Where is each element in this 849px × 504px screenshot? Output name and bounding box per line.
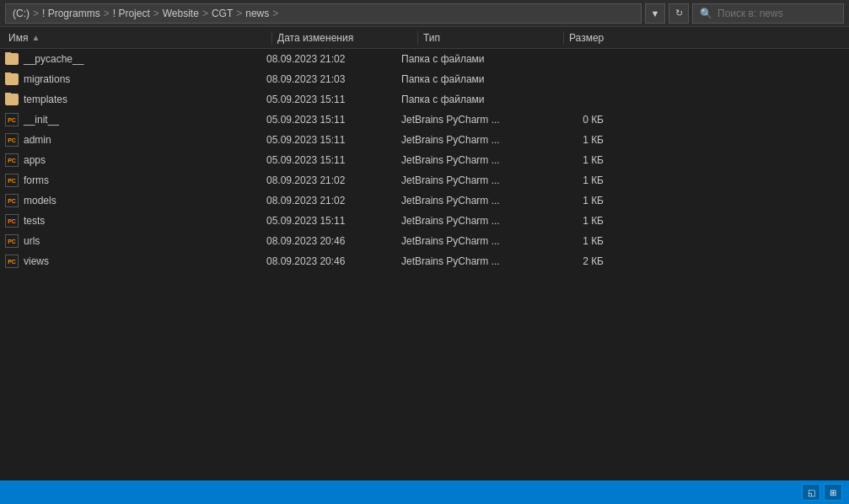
file-date: 08.09.2023 21:02 xyxy=(266,195,401,206)
py-icon: PC xyxy=(5,194,19,207)
table-row[interactable]: PC __init__ 05.09.2023 15:11 JetBrains P… xyxy=(0,110,849,130)
file-name: PC forms xyxy=(5,174,266,187)
file-name: PC apps xyxy=(5,153,266,167)
breadcrumb-project: ! Project xyxy=(113,8,150,19)
table-row[interactable]: migrations 08.09.2023 21:03 Папка с файл… xyxy=(0,69,849,89)
status-bar: ◱ ⊞ xyxy=(0,480,849,504)
file-icon-wrapper: PC xyxy=(5,133,19,147)
file-date: 05.09.2023 15:11 xyxy=(266,114,401,126)
file-type: JetBrains PyCharm ... xyxy=(401,195,536,206)
file-name-label: migrations xyxy=(24,73,70,85)
file-icon-wrapper xyxy=(5,52,19,66)
py-icon: PC xyxy=(5,113,19,126)
file-icon-wrapper xyxy=(5,72,19,86)
file-name: migrations xyxy=(5,72,266,86)
file-name: templates xyxy=(5,93,266,106)
table-row[interactable]: PC tests 05.09.2023 15:11 JetBrains PyCh… xyxy=(0,211,849,231)
file-icon-wrapper: PC xyxy=(5,234,19,248)
table-row[interactable]: PC views 08.09.2023 20:46 JetBrains PyCh… xyxy=(0,251,849,271)
file-size: 1 КБ xyxy=(536,134,621,146)
file-type: JetBrains PyCharm ... xyxy=(401,255,536,267)
file-date: 05.09.2023 15:11 xyxy=(266,134,401,146)
file-type: JetBrains PyCharm ... xyxy=(401,114,536,126)
file-type: Папка с файлами xyxy=(401,94,536,105)
status-btn-1[interactable]: ◱ xyxy=(802,484,820,501)
py-icon: PC xyxy=(5,214,19,228)
file-type: JetBrains PyCharm ... xyxy=(401,154,536,166)
col-header-name[interactable]: Имя ▲ xyxy=(5,32,266,44)
file-icon-wrapper: PC xyxy=(5,113,19,126)
col-header-size[interactable]: Размер xyxy=(569,32,653,44)
breadcrumb-website: Website xyxy=(163,8,199,19)
file-name: PC admin xyxy=(5,133,266,147)
file-date: 05.09.2023 15:11 xyxy=(266,94,401,105)
file-date: 08.09.2023 21:02 xyxy=(266,174,401,186)
breadcrumb-c: (C:) xyxy=(13,8,30,19)
search-input[interactable] xyxy=(717,8,836,19)
file-name-label: urls xyxy=(24,235,40,247)
py-icon: PC xyxy=(5,133,19,147)
file-name: PC tests xyxy=(5,214,266,228)
file-name-label: __pycache__ xyxy=(24,53,83,65)
table-row[interactable]: PC models 08.09.2023 21:02 JetBrains PyC… xyxy=(0,190,849,211)
nav-buttons: ▼ ↻ xyxy=(645,3,689,24)
file-name: PC __init__ xyxy=(5,113,266,126)
py-icon: PC xyxy=(5,174,19,187)
col-header-type[interactable]: Тип xyxy=(423,32,558,44)
col-divider-3 xyxy=(563,31,564,45)
search-box[interactable]: 🔍 xyxy=(692,3,844,24)
file-size: 1 КБ xyxy=(536,235,621,247)
file-size: 0 КБ xyxy=(536,114,621,126)
file-date: 08.09.2023 21:02 xyxy=(266,53,401,65)
file-size: 1 КБ xyxy=(536,174,621,186)
col-divider-1 xyxy=(271,31,272,45)
file-list: __pycache__ 08.09.2023 21:02 Папка с фай… xyxy=(0,49,849,480)
file-icon-wrapper: PC xyxy=(5,194,19,207)
file-name-label: __init__ xyxy=(24,114,59,126)
file-type: Папка с файлами xyxy=(401,73,536,85)
file-name-label: templates xyxy=(24,94,67,105)
table-row[interactable]: __pycache__ 08.09.2023 21:02 Папка с фай… xyxy=(0,49,849,69)
breadcrumb[interactable]: (C:) > ! Programms > ! Project > Website… xyxy=(5,3,642,24)
file-name: __pycache__ xyxy=(5,52,266,66)
col-divider-2 xyxy=(417,31,418,45)
file-type: JetBrains PyCharm ... xyxy=(401,134,536,146)
file-name: PC models xyxy=(5,194,266,207)
file-size: 1 КБ xyxy=(536,195,621,206)
file-type: JetBrains PyCharm ... xyxy=(401,174,536,186)
table-row[interactable]: PC apps 05.09.2023 15:11 JetBrains PyCha… xyxy=(0,150,849,170)
status-btn-2[interactable]: ⊞ xyxy=(824,484,842,501)
table-row[interactable]: PC forms 08.09.2023 21:02 JetBrains PyCh… xyxy=(0,170,849,190)
file-date: 08.09.2023 20:46 xyxy=(266,235,401,247)
file-date: 08.09.2023 20:46 xyxy=(266,255,401,267)
file-date: 05.09.2023 15:11 xyxy=(266,154,401,166)
file-name-label: tests xyxy=(24,215,45,227)
file-name-label: forms xyxy=(24,174,49,186)
file-date: 08.09.2023 21:03 xyxy=(266,73,401,85)
breadcrumb-news: news xyxy=(245,8,269,19)
file-name-label: views xyxy=(24,255,49,267)
file-name-label: models xyxy=(24,195,56,206)
file-type: JetBrains PyCharm ... xyxy=(401,235,536,247)
breadcrumb-cgt: CGT xyxy=(212,8,233,19)
file-name: PC views xyxy=(5,255,266,268)
table-row[interactable]: templates 05.09.2023 15:11 Папка с файла… xyxy=(0,89,849,110)
dropdown-button[interactable]: ▼ xyxy=(645,3,665,24)
file-size: 1 КБ xyxy=(536,215,621,227)
folder-icon xyxy=(5,94,19,105)
file-icon-wrapper xyxy=(5,93,19,106)
py-icon: PC xyxy=(5,255,19,268)
table-row[interactable]: PC admin 05.09.2023 15:11 JetBrains PyCh… xyxy=(0,130,849,150)
search-icon: 🔍 xyxy=(700,8,712,19)
file-icon-wrapper: PC xyxy=(5,153,19,167)
file-size: 2 КБ xyxy=(536,255,621,267)
sort-arrow-icon: ▲ xyxy=(31,33,40,42)
col-header-date[interactable]: Дата изменения xyxy=(277,32,412,44)
file-icon-wrapper: PC xyxy=(5,214,19,228)
table-row[interactable]: PC urls 08.09.2023 20:46 JetBrains PyCha… xyxy=(0,231,849,251)
column-headers: Имя ▲ Дата изменения Тип Размер xyxy=(0,27,849,49)
file-name: PC urls xyxy=(5,234,266,248)
file-type: JetBrains PyCharm ... xyxy=(401,215,536,227)
refresh-button[interactable]: ↻ xyxy=(669,3,689,24)
py-icon: PC xyxy=(5,153,19,167)
